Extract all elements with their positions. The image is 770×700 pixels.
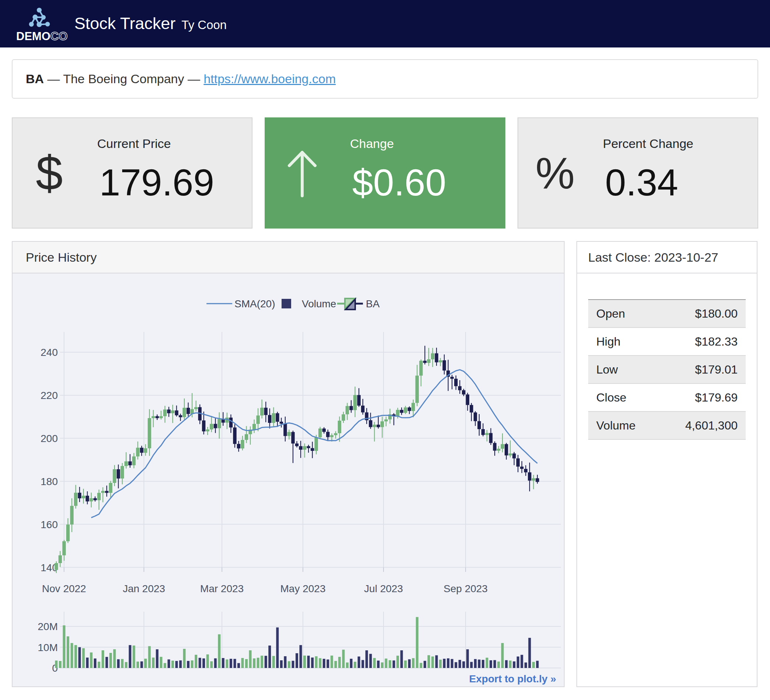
svg-text:Volume: Volume (302, 298, 336, 309)
svg-text:20M: 20M (38, 621, 58, 632)
svg-text:May 2023: May 2023 (280, 583, 326, 594)
svg-text:SMA(20): SMA(20) (235, 298, 275, 309)
svg-text:BA: BA (366, 298, 380, 309)
svg-text:Mar 2023: Mar 2023 (200, 583, 244, 594)
svg-text:160: 160 (40, 519, 58, 530)
svg-text:180: 180 (40, 476, 58, 487)
svg-text:Nov 2022: Nov 2022 (42, 583, 86, 594)
svg-text:200: 200 (40, 433, 58, 444)
svg-text:Sep 2023: Sep 2023 (443, 583, 488, 594)
svg-text:10M: 10M (38, 642, 58, 653)
svg-text:Export to plot.ly »: Export to plot.ly » (469, 673, 556, 685)
svg-text:Jan 2023: Jan 2023 (123, 583, 165, 594)
svg-text:220: 220 (40, 390, 58, 401)
svg-text:240: 240 (40, 347, 58, 358)
svg-text:Jul 2023: Jul 2023 (364, 583, 403, 594)
